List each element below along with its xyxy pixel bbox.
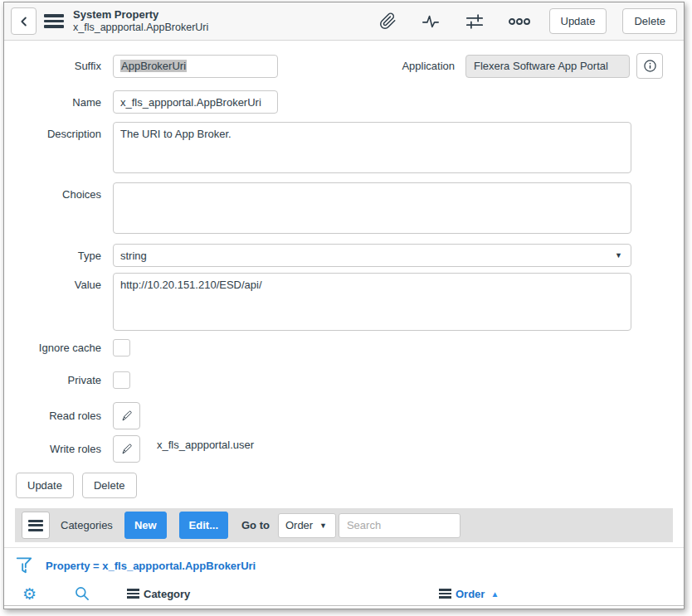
write-roles-value: x_fls_appportal.user xyxy=(157,435,254,451)
new-button[interactable]: New xyxy=(124,512,167,539)
record-name: x_fls_appportal.AppBrokerUri xyxy=(73,22,208,34)
dropdown-caret-icon: ▼ xyxy=(615,251,622,259)
read-roles-label: Read roles xyxy=(4,410,101,422)
info-icon xyxy=(643,59,657,73)
application-info-button[interactable] xyxy=(636,53,663,79)
category-column-label: Category xyxy=(144,588,190,600)
order-column-label: Order xyxy=(456,588,485,600)
chevron-left-icon xyxy=(17,14,32,29)
suffix-label: Suffix xyxy=(4,60,101,72)
pencil-icon xyxy=(120,443,134,456)
ignore-cache-checkbox[interactable] xyxy=(113,339,130,357)
list-search-button[interactable] xyxy=(74,581,90,606)
description-textarea[interactable] xyxy=(113,122,631,173)
header-delete-button[interactable]: Delete xyxy=(622,8,677,34)
application-field: Flexera Software App Portal xyxy=(465,55,630,78)
column-header-order[interactable]: Order ▲ xyxy=(439,581,499,606)
activity-stream-icon[interactable] xyxy=(421,12,441,31)
dropdown-caret-icon: ▼ xyxy=(319,521,327,530)
edit-button[interactable]: Edit... xyxy=(179,512,228,539)
name-input[interactable] xyxy=(113,90,278,114)
sort-ascending-icon: ▲ xyxy=(490,589,499,599)
filter-funnel-icon[interactable] xyxy=(15,555,33,576)
type-label: Type xyxy=(4,250,101,262)
related-list-title: Categories xyxy=(61,519,113,531)
back-button[interactable] xyxy=(11,7,37,35)
value-textarea[interactable] xyxy=(113,273,631,331)
more-options-icon[interactable] xyxy=(509,16,530,27)
list-context-menu-button[interactable] xyxy=(22,512,50,539)
name-label: Name xyxy=(4,96,101,109)
breadcrumb-filter-row: Property = x_fls_appportal.AppBrokerUri xyxy=(15,551,673,580)
gear-icon: ⚙ xyxy=(22,586,37,602)
column-menu-icon[interactable] xyxy=(127,589,139,599)
page-title: System Property xyxy=(73,8,208,22)
read-roles-edit-button[interactable] xyxy=(113,402,140,429)
attachment-icon[interactable] xyxy=(379,12,397,30)
description-label: Description xyxy=(4,122,101,140)
app-window: System Property x_fls_appportal.AppBroke… xyxy=(3,2,685,609)
application-label: Application xyxy=(402,60,455,72)
write-roles-label: Write roles xyxy=(4,443,101,455)
filter-breadcrumb[interactable]: Property = x_fls_appportal.AppBrokerUri xyxy=(46,560,256,572)
ignore-cache-label: Ignore cache xyxy=(4,342,101,354)
goto-field-select[interactable]: Order ▼ xyxy=(278,513,336,538)
divider xyxy=(4,547,684,548)
form-context-menu-icon[interactable] xyxy=(44,14,64,28)
header-icon-group xyxy=(379,12,530,31)
private-label: Private xyxy=(4,374,101,386)
type-select[interactable]: string ▼ xyxy=(113,244,631,267)
list-search-input[interactable] xyxy=(339,513,461,538)
system-property-form: Suffix AppBrokerUri Application Flexera … xyxy=(4,41,684,498)
private-checkbox[interactable] xyxy=(113,371,130,389)
suffix-input[interactable]: AppBrokerUri xyxy=(113,55,278,78)
categories-related-list: Categories New Edit... Go to Order ▼ Pro… xyxy=(4,508,684,606)
list-personalize-button[interactable]: ⚙ xyxy=(22,581,37,606)
record-title: System Property x_fls_appportal.AppBroke… xyxy=(73,8,208,34)
goto-selected-value: Order xyxy=(285,519,313,531)
choices-label: Choices xyxy=(4,182,101,201)
choices-textarea[interactable] xyxy=(113,182,631,234)
suffix-selected-text: AppBrokerUri xyxy=(120,60,187,72)
column-menu-icon[interactable] xyxy=(439,589,451,599)
personalize-form-icon[interactable] xyxy=(465,12,485,31)
hamburger-icon xyxy=(28,520,43,531)
list-column-header-row: ⚙ Category Order ▲ xyxy=(4,581,684,606)
goto-label: Go to xyxy=(241,519,270,531)
value-label: Value xyxy=(4,273,101,291)
form-header: System Property x_fls_appportal.AppBroke… xyxy=(4,2,684,41)
write-roles-edit-button[interactable] xyxy=(113,435,140,463)
form-delete-button[interactable]: Delete xyxy=(82,473,137,498)
form-update-button[interactable]: Update xyxy=(16,473,74,498)
search-icon xyxy=(74,585,90,602)
type-selected-value: string xyxy=(120,250,147,262)
pencil-icon xyxy=(120,410,134,423)
header-update-button[interactable]: Update xyxy=(549,8,607,34)
related-list-toolbar: Categories New Edit... Go to Order ▼ xyxy=(15,508,673,542)
column-header-category[interactable]: Category xyxy=(127,581,190,606)
